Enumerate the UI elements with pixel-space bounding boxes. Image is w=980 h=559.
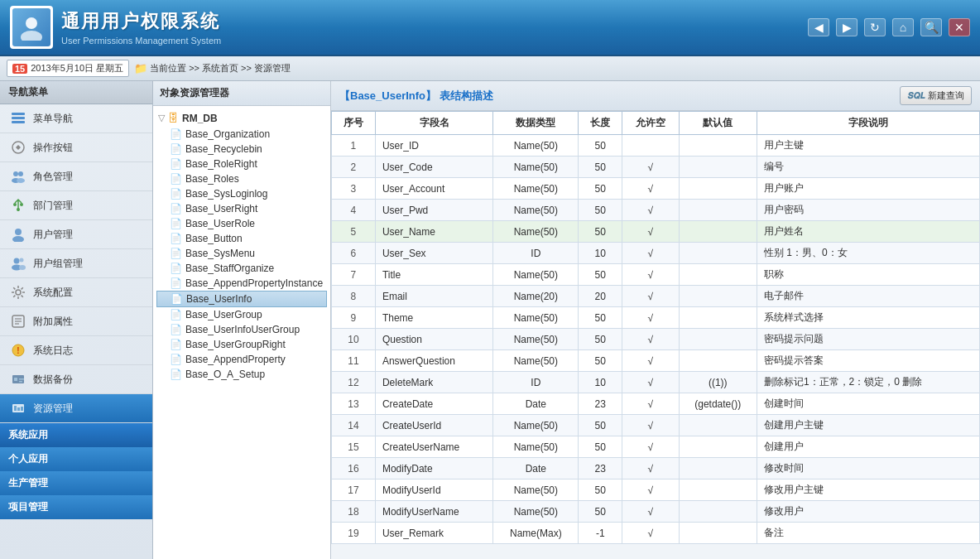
tree-content[interactable]: ▽ 🗄 RM_DB 📄Base_Organization📄Base_Recycl… xyxy=(153,106,330,559)
new-query-button[interactable]: 𝙎𝙌𝙇 新建查询 xyxy=(900,86,972,105)
table-body: 1 User_ID Name(50) 50 用户主键 2 User_Code N… xyxy=(332,135,980,544)
table-row[interactable]: 4 User_Pwd Name(50) 50 √ 用户密码 xyxy=(332,200,980,221)
sidebar-section-prod-mgmt[interactable]: 生产管理 xyxy=(0,471,152,495)
sidebar-item-role-mgmt[interactable]: 角色管理 xyxy=(0,162,152,191)
col-type: 数据类型 xyxy=(493,112,579,135)
refresh-button[interactable]: ↻ xyxy=(864,18,886,36)
table-row[interactable]: 17 ModifyUserId Name(50) 50 √ 修改用户主键 xyxy=(332,479,980,501)
tree-item-label: Base_Organization xyxy=(185,128,270,140)
table-row[interactable]: 19 User_Remark Name(Max) -1 √ 备注 xyxy=(332,523,980,544)
sidebar-item-menu-nav[interactable]: 菜单导航 xyxy=(0,104,152,133)
sidebar-item-data-backup[interactable]: 数据备份 xyxy=(0,365,152,394)
tree-item[interactable]: 📄Base_UserRole xyxy=(156,216,327,231)
tree-item-label: Base_StaffOrganize xyxy=(185,263,274,274)
tree-item[interactable]: 📄Base_UserInfo xyxy=(156,291,327,307)
cell-field: Email xyxy=(375,286,493,307)
sidebar-item-dept-mgmt[interactable]: 部门管理 xyxy=(0,191,152,220)
table-row[interactable]: 11 AnswerQuestion Name(50) 50 √ 密码提示答案 xyxy=(332,350,980,372)
back-button[interactable]: ◀ xyxy=(808,18,829,36)
sidebar-section-personal-app[interactable]: 个人应用 xyxy=(0,447,152,471)
table-row[interactable]: 3 User_Account Name(50) 50 √ 用户账户 xyxy=(332,178,980,200)
table-row[interactable]: 9 Theme Name(50) 50 √ 系统样式选择 xyxy=(332,307,980,329)
cell-desc: 删除标记1：正常，2：锁定，0 删除 xyxy=(757,372,979,393)
cell-field: ModifyDate xyxy=(375,458,493,479)
cell-len: 23 xyxy=(579,393,622,415)
table-row[interactable]: 18 ModifyUserName Name(50) 50 √ 修改用户 xyxy=(332,501,980,523)
table-row[interactable]: 5 User_Name Name(50) 50 √ 用户姓名 xyxy=(332,221,980,243)
tree-item[interactable]: 📄Base_UserGroup xyxy=(156,307,327,322)
table-row[interactable]: 7 Title Name(50) 50 √ 职称 xyxy=(332,264,980,286)
cell-desc: 用户主键 xyxy=(757,135,979,157)
cell-desc: 编号 xyxy=(757,157,979,178)
cell-nullable: √ xyxy=(622,329,679,350)
cell-len: 50 xyxy=(579,135,622,157)
tree-item[interactable]: 📄Base_Organization xyxy=(156,127,327,142)
tree-item-label: Base_UserGroup xyxy=(185,309,262,320)
tree-item[interactable]: 📄Base_UserRight xyxy=(156,201,327,216)
cell-nullable: √ xyxy=(622,157,679,178)
sidebar-item-sys-config[interactable]: 系统配置 xyxy=(0,278,152,307)
tree-item-label: Base_O_A_Setup xyxy=(185,369,265,380)
sidebar-label: 菜单导航 xyxy=(33,112,73,126)
main-layout: 导航菜单 菜单导航 操作按钮 角色管理 xyxy=(0,81,980,559)
sys-config-icon xyxy=(10,284,26,301)
cell-nullable: √ xyxy=(622,350,679,372)
forward-button[interactable]: ▶ xyxy=(836,18,858,36)
tree-item[interactable]: 📄Base_AppendProperty xyxy=(156,352,327,367)
tree-item[interactable]: 📄Base_SysMenu xyxy=(156,246,327,261)
tree-item[interactable]: 📄Base_UserGroupRight xyxy=(156,337,327,352)
tree-collapse-icon: ▽ xyxy=(158,113,165,123)
tree-item[interactable]: 📄Base_RoleRight xyxy=(156,157,327,171)
sidebar-section-proj-mgmt[interactable]: 项目管理 xyxy=(0,495,152,519)
search-button[interactable]: 🔍 xyxy=(920,18,942,36)
cell-field: ModifyUserId xyxy=(375,479,493,501)
table-row[interactable]: 2 User_Code Name(50) 50 √ 编号 xyxy=(332,157,980,178)
close-button[interactable]: ✕ xyxy=(949,18,970,36)
cell-type: Name(50) xyxy=(493,436,579,458)
table-row[interactable]: 16 ModifyDate Date 23 √ 修改时间 xyxy=(332,458,980,479)
cell-field: User_Pwd xyxy=(375,200,493,221)
sidebar-item-op-btn[interactable]: 操作按钮 xyxy=(0,133,152,162)
table-row[interactable]: 10 Question Name(50) 50 √ 密码提示问题 xyxy=(332,329,980,350)
svg-point-13 xyxy=(15,229,22,235)
table-row[interactable]: 14 CreateUserId Name(50) 50 √ 创建用户主键 xyxy=(332,415,980,436)
tree-item[interactable]: 📄Base_SysLoginlog xyxy=(156,186,327,201)
cell-desc: 性别 1：男、0：女 xyxy=(757,243,979,264)
cell-nullable: √ xyxy=(622,307,679,329)
tree-item-label: Base_UserInfo xyxy=(186,293,252,305)
svg-point-15 xyxy=(14,258,20,264)
sidebar-section-sys-app[interactable]: 系统应用 xyxy=(0,423,152,447)
table-row[interactable]: 6 User_Sex ID 10 √ 性别 1：男、0：女 xyxy=(332,243,980,264)
tree-item[interactable]: 📄Base_Recyclebin xyxy=(156,142,327,157)
cell-desc: 密码提示问题 xyxy=(757,329,979,350)
col-seq: 序号 xyxy=(332,112,376,135)
cell-type: Name(50) xyxy=(493,200,579,221)
table-row[interactable]: 1 User_ID Name(50) 50 用户主键 xyxy=(332,135,980,157)
sidebar-item-sys-log[interactable]: ! 系统日志 xyxy=(0,336,152,365)
tree-item[interactable]: 📄Base_Roles xyxy=(156,171,327,186)
table-wrapper[interactable]: 序号 字段名 数据类型 长度 允许空 默认值 字段说明 1 User_ID Na… xyxy=(331,111,980,559)
table-row[interactable]: 15 CreateUserName Name(50) 50 √ 创建用户 xyxy=(332,436,980,458)
tree-item[interactable]: 📄Base_StaffOrganize xyxy=(156,261,327,276)
table-row[interactable]: 8 Email Name(20) 20 √ 电子邮件 xyxy=(332,286,980,307)
svg-rect-3 xyxy=(12,117,25,119)
sidebar-item-res-mgmt[interactable]: 资源管理 xyxy=(0,394,152,423)
svg-point-6 xyxy=(13,171,18,176)
folder-icon: 📄 xyxy=(170,339,182,350)
cell-nullable: √ xyxy=(622,458,679,479)
tree-item[interactable]: 📄Base_Button xyxy=(156,231,327,246)
sidebar-item-group-mgmt[interactable]: 用户组管理 xyxy=(0,249,152,278)
sidebar-item-attr[interactable]: 附加属性 xyxy=(0,307,152,336)
tree-root-node[interactable]: ▽ 🗄 RM_DB xyxy=(156,109,327,127)
tree-item[interactable]: 📄Base_O_A_Setup xyxy=(156,367,327,382)
folder-icon: 📄 xyxy=(170,263,182,274)
tree-item[interactable]: 📄Base_UserInfoUserGroup xyxy=(156,322,327,337)
sidebar-item-user-mgmt[interactable]: 用户管理 xyxy=(0,220,152,249)
home-button[interactable]: ⌂ xyxy=(892,18,914,36)
tree-item[interactable]: 📄Base_AppendPropertyInstance xyxy=(156,276,327,291)
tree-item-label: Base_SysMenu xyxy=(185,248,255,259)
table-row[interactable]: 12 DeleteMark ID 10 √ ((1)) 删除标记1：正常，2：锁… xyxy=(332,372,980,393)
cell-type: Name(20) xyxy=(493,286,579,307)
table-row[interactable]: 13 CreateDate Date 23 √ (getdate()) 创建时间 xyxy=(332,393,980,415)
dept-mgmt-icon xyxy=(10,197,26,214)
